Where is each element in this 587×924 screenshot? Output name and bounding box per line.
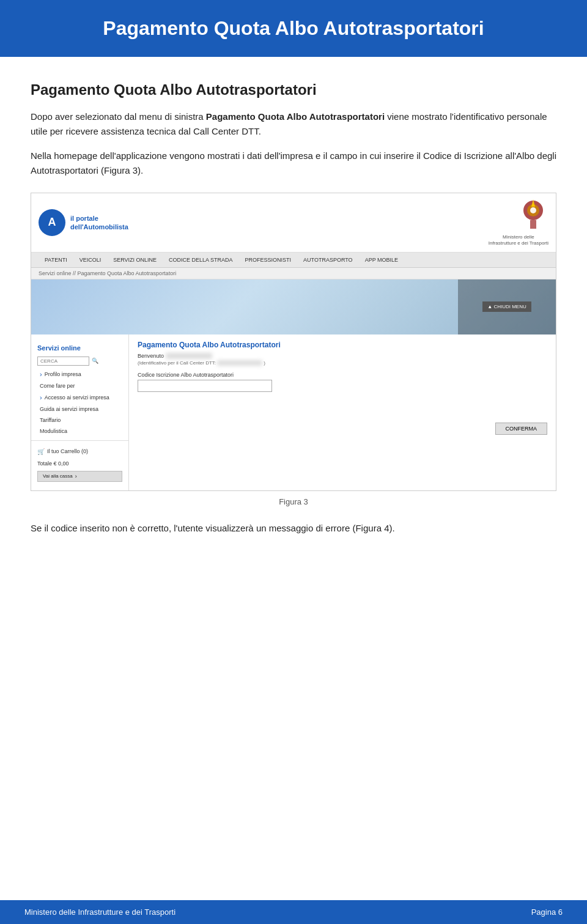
sidebar-tariffario[interactable]: Tariffario <box>31 415 128 426</box>
intro-paragraph: Dopo aver selezionato dal menu di sinist… <box>31 109 556 139</box>
portal-main-content: Pagamento Quota Albo Autotrasportatori B… <box>129 334 556 490</box>
nav-servizi-online[interactable]: SERVIZI ONLINE <box>107 253 163 267</box>
sidebar-total: Totale € 0,00 <box>31 459 128 468</box>
ministry-text: Ministero delleInfrastrutture e dei Tras… <box>489 234 548 247</box>
nav-codice-strada[interactable]: CODICE DELLA STRADA <box>163 253 239 267</box>
footer-ministry-text: Ministero delle Infrastrutture e dei Tra… <box>24 907 175 917</box>
search-icon[interactable]: 🔍 <box>92 358 98 364</box>
sidebar-guida-servizi[interactable]: Guida ai servizi impresa <box>31 404 128 415</box>
form-field-codice: Codice Iscrizione Albo Autotrasportatori <box>138 372 547 392</box>
logo-circle: A <box>39 209 65 236</box>
body-paragraph: Nella homepage dell'applicazione vengono… <box>31 149 556 178</box>
servizi-online-title: Servizi online <box>31 341 128 354</box>
portal-logo: A il portale dell'Automobilista <box>39 209 128 236</box>
sidebar-cart: 🛒 Il tuo Carrello (0) <box>31 445 128 459</box>
portal-body: Servizi online 🔍 Profilo impresa Come fa… <box>31 334 556 490</box>
intro-text-before: Dopo aver selezionato dal menu di sinist… <box>31 111 206 122</box>
id-value-blurred: █████████████ <box>217 360 262 366</box>
logo-text: il portale dell'Automobilista <box>70 214 128 232</box>
page-footer: Ministero delle Infrastrutture e dei Tra… <box>0 900 587 924</box>
conferma-button[interactable]: CONFERMA <box>495 423 548 435</box>
portal-welcome: Benvenuto ████████████ <box>138 353 547 359</box>
chiudi-menu-button[interactable]: ▲ CHIUDI MENU <box>482 301 531 312</box>
logo-letter: A <box>48 216 56 229</box>
hero-overlay: ▲ CHIUDI MENU <box>458 279 556 334</box>
arrow-right-icon: › <box>75 473 77 479</box>
portal-sidebar: Servizi online 🔍 Profilo impresa Come fa… <box>31 334 129 490</box>
figure-caption: Figura 3 <box>31 497 556 506</box>
closing-paragraph: Se il codice inserito non è corretto, l'… <box>31 521 556 536</box>
sidebar-search-container: 🔍 <box>31 354 128 368</box>
portal-header: A il portale dell'Automobilista Minist <box>31 193 556 253</box>
ministry-info: Ministero delleInfrastrutture e dei Tras… <box>489 198 548 247</box>
intro-bold-text: Pagamento Quota Albo Autotrasportatori <box>206 111 385 122</box>
cerca-input[interactable] <box>37 357 89 366</box>
page-header: Pagamento Quota Albo Autotrasportatori <box>0 0 587 57</box>
sidebar-divider <box>31 440 128 441</box>
svg-rect-3 <box>530 220 536 229</box>
sidebar-come-fare[interactable]: Come fare per <box>31 380 128 391</box>
portal-id-info: (Identificativo per il Call Center DTT: … <box>138 360 547 366</box>
nav-professionisti[interactable]: PROFESSIONISTI <box>239 253 298 267</box>
portal-page-heading: Pagamento Quota Albo Autotrasportatori <box>138 341 547 349</box>
sidebar-accesso-servizi[interactable]: Accesso ai servizi impresa <box>31 391 128 404</box>
sidebar-profilo-impresa[interactable]: Profilo impresa <box>31 368 128 380</box>
main-content: Pagamento Quota Albo Autotrasportatori D… <box>0 57 587 599</box>
svg-point-2 <box>530 207 536 213</box>
cart-icon: 🛒 <box>37 448 45 455</box>
portal-breadcrumb: Servizi online // Pagamento Quota Albo A… <box>31 268 556 279</box>
page-title: Pagamento Quota Albo Autotrasportatori <box>24 17 563 40</box>
sidebar-modulistica[interactable]: Modulistica <box>31 426 128 437</box>
nav-patenti[interactable]: PATENTI <box>39 253 73 267</box>
screenshot-mockup: A il portale dell'Automobilista Minist <box>31 193 556 491</box>
codice-iscrizione-input[interactable] <box>138 380 272 392</box>
nav-veicoli[interactable]: VEICOLI <box>73 253 108 267</box>
section-heading: Pagamento Quota Albo Autotrasportatori <box>31 81 556 98</box>
nav-app-mobile[interactable]: APP MOBILE <box>359 253 404 267</box>
nav-autotrasporto[interactable]: AUTOTRASPORTO <box>297 253 359 267</box>
portal-nav: PATENTI VEICOLI SERVIZI ONLINE CODICE DE… <box>31 253 556 268</box>
ministry-emblem-icon <box>518 198 548 232</box>
form-field-label: Codice Iscrizione Albo Autotrasportatori <box>138 372 547 378</box>
vai-alla-cassa-button[interactable]: Vai alla cassa › <box>37 471 122 482</box>
portal-hero-image: ▲ CHIUDI MENU <box>31 279 556 334</box>
footer-page-number: Pagina 6 <box>531 907 563 917</box>
user-name-blurred: ████████████ <box>166 353 213 359</box>
